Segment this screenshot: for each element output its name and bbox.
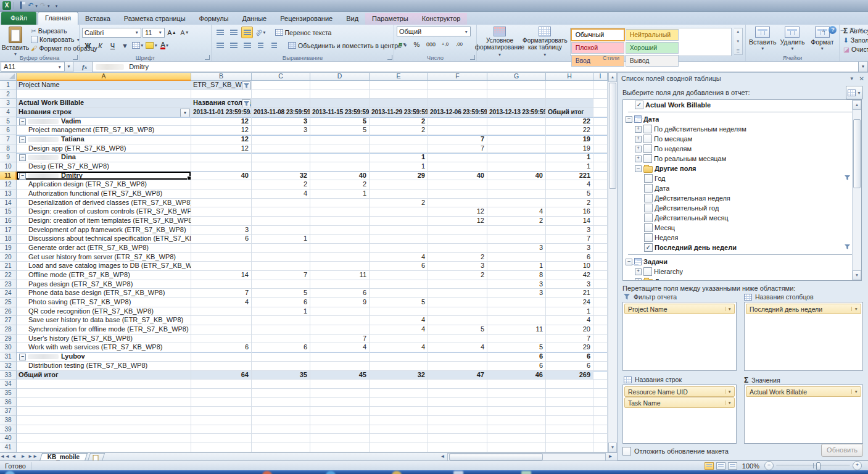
start-orb-icon[interactable] [5,471,15,474]
increase-font-icon[interactable]: A▲ [166,27,178,38]
row-header-28[interactable]: 28 [0,325,17,335]
cell-E28[interactable]: 4 [370,325,428,335]
cell-H14[interactable]: 2 [546,199,593,208]
help-icon[interactable]: ? [829,26,837,34]
cell-A5[interactable]: –Vadim [17,117,191,127]
cell-G33[interactable]: 46 [487,371,546,380]
cell-B3[interactable]: Названия столбцов [191,99,252,108]
cell-H40[interactable] [546,434,593,443]
cell-A32[interactable]: Distribution testing (ETR_S7_KB_WP8) [17,362,191,371]
field-list-item[interactable]: +По действительным неделям [623,124,861,134]
cell-B20[interactable] [191,253,252,262]
cell-G8[interactable] [487,144,546,154]
column-header-C[interactable]: C [252,72,310,81]
cell-H12[interactable]: 4 [546,180,593,189]
cell-D2[interactable] [310,90,370,99]
cell-H10[interactable]: 1 [546,162,593,172]
cell-A22[interactable]: Offline mode (ETR_S7_KB_WP8) [17,271,191,280]
cell-E10[interactable]: 1 [370,162,428,172]
formula-input[interactable]: Dmitry [92,61,858,72]
row-labels-dropdown[interactable]: ▼ [180,109,190,117]
cell-I33[interactable] [593,371,608,380]
cell-F25[interactable] [428,298,487,307]
cell-I24[interactable] [593,289,608,298]
first-sheet-icon[interactable]: ◄◄ [0,453,9,460]
cell-E15[interactable] [370,207,428,217]
cell-A12[interactable]: Application design (ETR_S7_KB_WP8) [17,180,191,189]
cell-E29[interactable] [370,335,428,344]
cell-B14[interactable] [191,199,252,208]
cell-G34[interactable] [487,380,546,389]
cell-F35[interactable] [428,389,487,398]
cell-A40[interactable] [17,434,191,443]
pill-dropdown-icon[interactable]: ▼ [725,401,734,405]
cell-D29[interactable]: 7 [310,335,370,344]
cell-E30[interactable]: 4 [370,343,428,352]
row-header-38[interactable]: 38 [0,416,17,425]
cell-E19[interactable] [370,244,428,253]
cell-E17[interactable] [370,226,428,235]
cell-H17[interactable]: 3 [546,226,593,235]
cell-B10[interactable] [191,162,252,172]
row-header-26[interactable]: 26 [0,307,17,317]
cell-E2[interactable] [370,90,428,99]
excel-app-icon[interactable]: X [2,1,11,10]
pane-layout-button[interactable]: ▼ [846,86,863,99]
cell-I10[interactable] [593,162,608,172]
cell-A23[interactable]: Pages design (ETR_S7_KB_WP8) [17,280,191,289]
field-list-item[interactable]: –Задачи [623,257,861,267]
cell-I15[interactable] [593,207,608,217]
cell-B15[interactable] [191,207,252,217]
workbook-close-icon[interactable]: ✕ [858,27,863,33]
cell-A34[interactable] [17,380,191,389]
row-header-27[interactable]: 27 [0,316,17,325]
cell-H23[interactable]: 3 [546,280,593,289]
cell-H9[interactable]: 1 [546,153,593,162]
pill-dropdown-icon[interactable]: ▼ [851,389,861,394]
delete-cells-button[interactable]: Удалить▼ [778,27,806,51]
cell-B41[interactable] [191,443,252,452]
merge-center-button[interactable]: Объединить и поместить в центре ▼ [287,41,408,50]
name-box-dropdown[interactable]: ▼ [65,61,73,72]
cell-I22[interactable] [593,271,608,280]
cell-I7[interactable] [593,135,608,144]
cell-E27[interactable]: 4 [370,316,428,325]
cell-C14[interactable] [252,199,310,208]
cell-G5[interactable] [487,117,546,127]
cell-G6[interactable] [487,126,546,135]
cell-B24[interactable]: 7 [191,289,252,298]
zoom-slider[interactable] [776,465,850,467]
cell-D22[interactable]: 11 [310,271,370,280]
funnel-icon[interactable] [845,244,850,251]
next-sheet-icon[interactable]: ► [19,453,28,460]
row-header-36[interactable]: 36 [0,398,17,407]
cell-E37[interactable] [370,407,428,416]
cell-D13[interactable]: 1 [310,189,370,199]
cell-B31[interactable] [191,352,252,362]
underline-dropdown[interactable]: ▼ [119,40,131,51]
cell-H8[interactable]: 19 [546,144,593,154]
cell-E25[interactable]: 5 [370,298,428,307]
field-checkbox[interactable] [644,214,653,222]
expand-icon[interactable]: + [635,278,642,281]
cell-D16[interactable] [310,217,370,226]
expand-formula-bar-icon[interactable]: ▼ [858,61,868,72]
row-header-29[interactable]: 29 [0,335,17,344]
clipboard-dialog-launcher[interactable] [73,55,78,60]
cell-C36[interactable] [252,398,310,407]
cell-H11[interactable]: 221 [546,172,593,181]
vertical-scrollbar[interactable]: ▲ ▼ [608,72,617,452]
cell-D31[interactable] [310,352,370,362]
bold-button[interactable]: Ж [82,40,94,51]
field-list-item[interactable]: +Другие поля [623,276,861,281]
cell-C39[interactable] [252,425,310,434]
row-header-25[interactable]: 25 [0,298,17,307]
cell-I29[interactable] [593,335,608,344]
cell-G40[interactable] [487,434,546,443]
align-right-icon[interactable] [241,40,253,51]
cell-I40[interactable] [593,434,608,443]
cell-E26[interactable] [370,307,428,317]
cell-A3[interactable]: Actual Work Billable [17,99,191,108]
cell-E34[interactable] [370,380,428,389]
cell-A8[interactable]: Design app (ETR_S7_KB_WP8) [17,144,191,154]
